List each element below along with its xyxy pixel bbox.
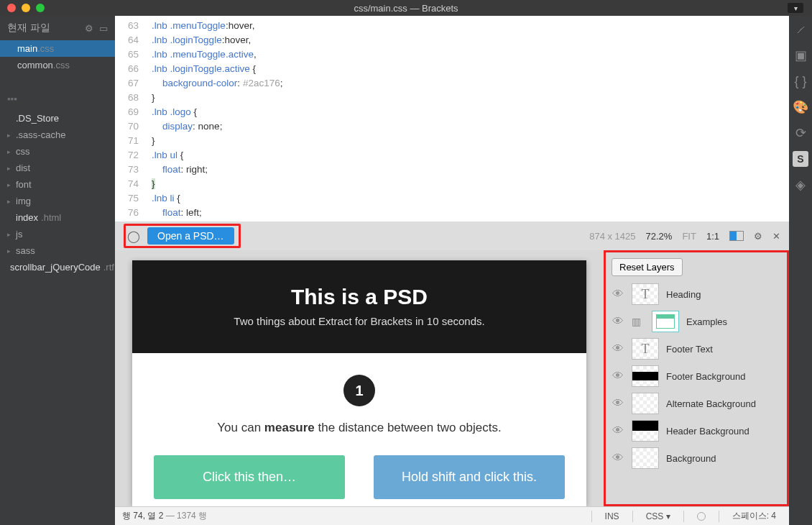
split-view-icon[interactable]: ▭ bbox=[99, 23, 108, 34]
preview-header: This is a PSD Two things about Extract f… bbox=[132, 260, 586, 353]
measure-text: You can measure the distance between two… bbox=[154, 421, 565, 435]
refresh-icon[interactable]: ⟳ bbox=[793, 125, 808, 141]
preview-subtitle: Two things about Extract for Brackets in… bbox=[147, 315, 572, 327]
tree-item[interactable]: .DS_Store bbox=[0, 110, 115, 127]
open-psd-button[interactable]: Open a PSD… bbox=[147, 227, 234, 245]
layer-label: Header Background bbox=[666, 426, 749, 437]
status-bar: 행 74, 열 2 — 1374 행 INS CSS ▾ 스페이스: 4 bbox=[115, 506, 789, 525]
extract-toolbar: ◯ Open a PSD… 874 x 1425 72.2% FIT 1:1 ⚙… bbox=[115, 222, 789, 250]
visibility-icon[interactable]: 👁 bbox=[612, 424, 624, 437]
layer-row[interactable]: 👁THeading bbox=[612, 280, 781, 308]
layer-label: Heading bbox=[666, 289, 701, 300]
code-editor[interactable]: 63 64 65 66 67 68 69 70 71 72 73 74 75 7… bbox=[115, 16, 789, 222]
working-file[interactable]: common.css bbox=[0, 57, 115, 73]
minimize-window-button[interactable] bbox=[22, 4, 30, 12]
layer-row[interactable]: 👁▥Examples bbox=[612, 308, 781, 335]
sidebar-working-files-header: 현재 파일 ⚙ ▭ bbox=[0, 16, 115, 40]
tree-item[interactable]: index.html bbox=[0, 209, 115, 226]
layer-label: Examples bbox=[686, 316, 727, 327]
visibility-icon[interactable]: 👁 bbox=[612, 452, 624, 465]
visibility-icon[interactable]: 👁 bbox=[612, 342, 624, 355]
layer-row[interactable]: 👁TFooter Text bbox=[612, 335, 781, 362]
palette-icon[interactable]: 🎨 bbox=[793, 99, 808, 115]
close-window-button[interactable] bbox=[7, 4, 16, 12]
tree-item[interactable]: scrollbar_jQueryCode.rtf bbox=[0, 259, 115, 275]
layers-panel: Reset Layers 👁THeading👁▥Examples👁TFooter… bbox=[604, 250, 789, 506]
maximize-window-button[interactable] bbox=[36, 4, 45, 12]
settings-icon[interactable]: ⚙ bbox=[754, 231, 762, 242]
live-preview-icon[interactable]: ⟋ bbox=[793, 22, 808, 37]
layer-label: Footer Text bbox=[666, 344, 713, 355]
layer-row[interactable]: 👁Header Background bbox=[612, 417, 781, 444]
layer-row[interactable]: 👁Background bbox=[612, 444, 781, 472]
editor-gutter: 63 64 65 66 67 68 69 70 71 72 73 74 75 7… bbox=[115, 16, 146, 222]
layer-row[interactable]: 👁Alternate Background bbox=[612, 390, 781, 417]
tree-item[interactable]: ▸.sass-cache bbox=[0, 127, 115, 143]
folder-icon: ▥ bbox=[632, 316, 645, 327]
insert-mode[interactable]: INS bbox=[599, 511, 625, 521]
tree-item[interactable]: ▸img bbox=[0, 193, 115, 209]
titlebar: css/main.css — Brackets ▾ bbox=[0, 0, 812, 16]
layer-label: Footer Background bbox=[666, 371, 746, 382]
layers-icon[interactable]: ◈ bbox=[793, 177, 808, 193]
psd-preview-area[interactable]: This is a PSD Two things about Extract f… bbox=[115, 250, 604, 506]
editor-code-area[interactable]: .lnb .menuToggle:hover, .lnb .loginToggl… bbox=[146, 16, 283, 222]
tree-item[interactable]: ▸sass bbox=[0, 242, 115, 259]
extension-manager-icon[interactable]: ▣ bbox=[793, 47, 808, 63]
layout-toggle[interactable] bbox=[729, 231, 744, 241]
preview-button-right[interactable]: Hold shift and click this. bbox=[374, 455, 565, 499]
extension-rail: ⟋ ▣ { } 🎨 ⟳ S ◈ bbox=[789, 16, 812, 525]
tree-item[interactable]: ▸js bbox=[0, 226, 115, 242]
psd-dimensions: 874 x 1425 bbox=[589, 231, 635, 242]
tree-item[interactable]: ▸css bbox=[0, 143, 115, 160]
open-psd-highlight: ◯ Open a PSD… bbox=[124, 224, 241, 248]
window-controls bbox=[0, 4, 45, 12]
window-title: css/main.css — Brackets bbox=[0, 3, 812, 14]
psd-preview[interactable]: This is a PSD Two things about Extract f… bbox=[132, 260, 586, 506]
language-mode[interactable]: CSS ▾ bbox=[640, 511, 676, 521]
cursor-position: 행 74, 열 2 — 1374 행 bbox=[122, 510, 584, 522]
preview-button-left[interactable]: Click this then… bbox=[154, 455, 345, 499]
step-badge: 1 bbox=[343, 375, 375, 406]
visibility-icon[interactable]: 👁 bbox=[612, 288, 624, 301]
project-name[interactable]: ▪▪▪ bbox=[0, 88, 115, 110]
code-hints-icon[interactable]: { } bbox=[793, 73, 808, 89]
gear-icon[interactable]: ⚙ bbox=[85, 23, 93, 34]
scale-button[interactable]: 1:1 bbox=[706, 231, 719, 242]
titlebar-dropdown[interactable]: ▾ bbox=[788, 3, 803, 13]
visibility-icon[interactable]: 👁 bbox=[612, 370, 624, 383]
sidebar-header-label: 현재 파일 bbox=[7, 22, 50, 35]
snippets-icon[interactable]: S bbox=[793, 151, 808, 167]
layer-label: Background bbox=[666, 453, 716, 464]
reset-layers-button[interactable]: Reset Layers bbox=[612, 258, 683, 276]
sidebar: 현재 파일 ⚙ ▭ main.csscommon.css ▪▪▪ .DS_Sto… bbox=[0, 16, 115, 525]
close-panel-icon[interactable]: ✕ bbox=[772, 231, 780, 242]
tree-item[interactable]: ▸font bbox=[0, 176, 115, 193]
fit-button[interactable]: FIT bbox=[682, 231, 696, 242]
layer-row[interactable]: 👁Footer Background bbox=[612, 362, 781, 390]
layer-label: Alternate Background bbox=[666, 398, 756, 409]
visibility-icon[interactable]: 👁 bbox=[612, 397, 624, 410]
preview-title: This is a PSD bbox=[147, 285, 572, 309]
visibility-icon[interactable]: 👁 bbox=[612, 315, 624, 328]
tree-item[interactable]: ▸dist bbox=[0, 160, 115, 176]
creative-cloud-icon: ◯ bbox=[127, 229, 140, 243]
zoom-level[interactable]: 72.2% bbox=[646, 231, 673, 242]
lint-status-icon[interactable] bbox=[691, 512, 711, 521]
indentation-setting[interactable]: 스페이스: 4 bbox=[726, 510, 782, 522]
working-file[interactable]: main.css bbox=[0, 40, 115, 57]
